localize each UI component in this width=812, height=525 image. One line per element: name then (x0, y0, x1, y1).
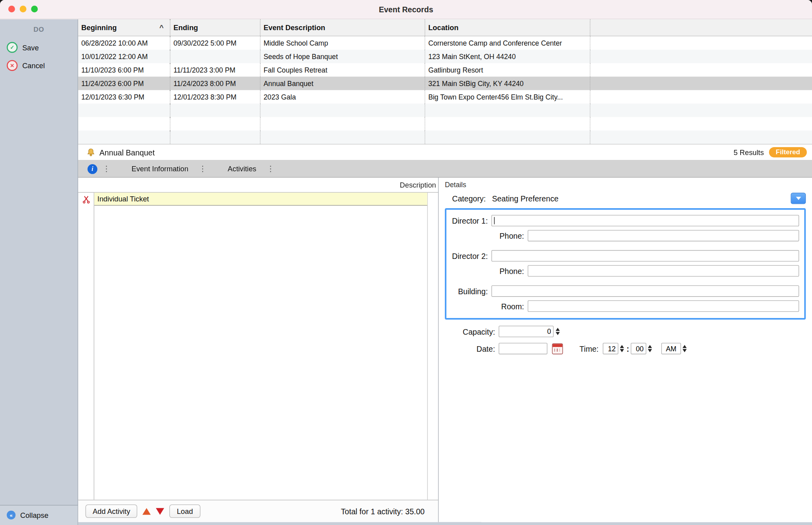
info-icon[interactable]: i (88, 164, 98, 174)
collapse-label: Collapse (20, 511, 48, 519)
add-activity-button[interactable]: Add Activity (86, 504, 138, 518)
minute-stepper[interactable] (647, 345, 653, 352)
column-header-ending[interactable]: Ending (170, 19, 260, 36)
activities-toolbar: Add Activity Load Total for 1 activity: … (78, 500, 438, 522)
selected-event-name: Annual Banquet (100, 148, 155, 157)
table-row[interactable]: 12/01/2023 6:30 PM 12/01/2023 8:30 PM 20… (78, 90, 812, 103)
director2-label: Director 2: (446, 251, 492, 260)
table-row-empty (78, 103, 812, 117)
activities-list: Individual Ticket (94, 193, 428, 500)
event-records-window: Event Records DO ✓ Save ✕ Cancel « Colla… (0, 0, 812, 525)
building-input[interactable] (492, 285, 799, 297)
director2-input[interactable] (492, 250, 799, 262)
window-title: Event Records (0, 5, 812, 13)
load-button[interactable]: Load (170, 504, 200, 518)
capacity-input[interactable] (499, 326, 553, 337)
event-table-body: 06/28/2022 10:00 AM 09/30/2022 5:00 PM M… (78, 36, 812, 144)
save-label: Save (22, 43, 39, 52)
column-header-empty (590, 19, 812, 36)
zoom-window-button[interactable] (31, 6, 38, 12)
directors-group-box: Director 1: Phone: (445, 208, 806, 320)
window-titlebar: Event Records (0, 0, 812, 19)
director1-phone-input[interactable] (528, 230, 799, 241)
category-label: Category: (452, 194, 486, 203)
ampm-input[interactable] (661, 343, 681, 354)
calendar-icon[interactable] (552, 343, 563, 354)
column-header-beginning[interactable]: Beginning ^ (78, 19, 170, 36)
drag-handle-icon[interactable]: ⋮ (100, 164, 113, 174)
stepper-up-icon (683, 345, 687, 348)
stepper-up-icon (648, 345, 652, 348)
collapse-button[interactable]: « Collapse (0, 505, 78, 525)
filtered-badge[interactable]: Filtered (769, 147, 807, 157)
time-minute-input[interactable] (631, 343, 646, 354)
collapse-chevrons-icon: « (7, 511, 15, 519)
activities-panel: Description Individual Tick (78, 178, 439, 522)
table-row-empty (78, 117, 812, 130)
hour-stepper[interactable] (619, 345, 625, 352)
table-row[interactable]: 10/01/2022 12:00 AM Seeds of Hope Banque… (78, 50, 812, 63)
minimize-window-button[interactable] (20, 6, 27, 12)
director2-phone-label: Phone: (446, 266, 528, 275)
move-down-icon[interactable] (156, 508, 165, 515)
stepper-up-icon (555, 328, 559, 331)
activity-row-selected[interactable]: Individual Ticket (94, 193, 427, 206)
director2-phone-input[interactable] (528, 265, 799, 277)
time-label: Time: (580, 344, 599, 353)
table-row-empty (78, 130, 812, 144)
selected-event-bar: Annual Banquet 5 Results Filtered (78, 144, 812, 160)
activity-row-actions-strip (78, 193, 94, 500)
close-window-button[interactable] (8, 6, 15, 12)
date-input[interactable] (499, 343, 548, 354)
stepper-down-icon (555, 332, 559, 335)
time-hour-input[interactable] (603, 343, 618, 354)
table-row[interactable]: 11/10/2023 6:00 PM 11/11/2023 3:00 PM Fa… (78, 63, 812, 77)
stepper-down-icon (683, 349, 687, 352)
director1-phone-label: Phone: (446, 231, 528, 240)
results-count: 5 Results (733, 148, 764, 157)
drag-handle-icon[interactable]: ⋮ (195, 164, 209, 174)
window-controls (8, 6, 38, 12)
save-button[interactable]: ✓ Save (0, 38, 78, 57)
save-check-icon: ✓ (7, 42, 17, 53)
details-panel: Details Category: Seating Preference Dir… (439, 178, 812, 522)
room-label: Room: (446, 302, 528, 310)
cancel-button[interactable]: ✕ Cancel (0, 56, 78, 75)
drag-handle-icon[interactable]: ⋮ (264, 164, 277, 174)
tab-activities[interactable]: Activities (222, 165, 261, 173)
table-row[interactable]: 06/28/2022 10:00 AM 09/30/2022 5:00 PM M… (78, 36, 812, 50)
activities-total: Total for 1 activity: 35.00 (341, 507, 431, 515)
action-sidebar: DO ✓ Save ✕ Cancel « Collapse (0, 19, 78, 525)
stepper-down-icon (620, 349, 624, 352)
cancel-label: Cancel (22, 61, 45, 70)
ampm-stepper[interactable] (682, 345, 688, 352)
tab-bar: i ⋮ Event Information ⋮ Activities ⋮ (78, 161, 812, 178)
sort-ascending-icon: ^ (159, 23, 170, 32)
table-row-selected[interactable]: 11/24/2023 6:00 PM 11/24/2023 8:00 PM An… (78, 77, 812, 90)
sidebar-header: DO (0, 19, 78, 38)
date-label: Date: (445, 344, 499, 353)
director1-input[interactable] (492, 215, 799, 226)
capacity-stepper[interactable] (555, 328, 560, 335)
details-title: Details (445, 181, 807, 189)
time-colon: : (626, 344, 629, 353)
delete-activity-scissors-icon[interactable] (82, 195, 90, 204)
activities-column-header-description[interactable]: Description (78, 178, 438, 193)
capacity-label: Capacity: (445, 327, 499, 336)
cancel-x-icon: ✕ (7, 60, 17, 71)
event-table-header: Beginning ^ Ending Event Description Loc… (78, 19, 812, 36)
room-input[interactable] (528, 301, 799, 312)
category-value: Seating Preference (492, 194, 559, 203)
column-header-location[interactable]: Location (425, 19, 590, 36)
bell-icon (86, 148, 95, 157)
chevron-down-icon (796, 197, 801, 200)
stepper-up-icon (620, 345, 624, 348)
text-cursor (494, 217, 494, 224)
column-header-event-description[interactable]: Event Description (260, 19, 425, 36)
category-dropdown-button[interactable] (791, 193, 806, 204)
director1-label: Director 1: (446, 216, 492, 225)
building-label: Building: (446, 287, 492, 295)
move-up-icon[interactable] (143, 508, 151, 515)
stepper-down-icon (648, 349, 652, 352)
tab-event-information[interactable]: Event Information (126, 165, 193, 173)
